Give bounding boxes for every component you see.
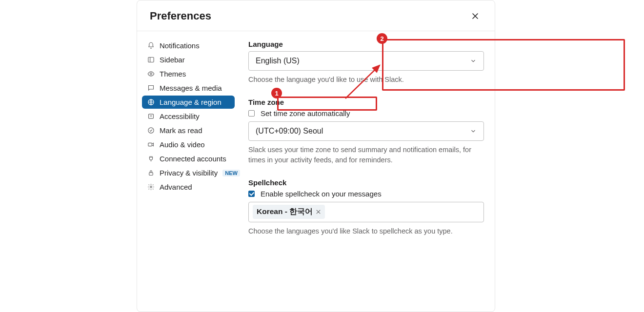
sidebar-item-audio-video[interactable]: Audio & video	[142, 138, 235, 151]
spellcheck-section: Spellcheck Enable spellcheck on your mes…	[248, 178, 484, 236]
close-button[interactable]	[468, 9, 482, 23]
language-select[interactable]: English (US)	[248, 51, 484, 71]
timezone-auto-checkbox[interactable]	[248, 110, 255, 117]
sidebar-item-label: Accessibility	[160, 112, 230, 120]
timezone-helper: Slack uses your time zone to send summar…	[248, 145, 484, 165]
globe-icon	[147, 98, 155, 106]
sidebar-item-notifications[interactable]: Notifications	[142, 39, 235, 52]
svg-rect-3	[148, 114, 153, 118]
svg-point-7	[150, 186, 152, 188]
sidebar-item-label: Messages & media	[160, 84, 230, 92]
sidebar-item-advanced[interactable]: Advanced	[142, 180, 235, 194]
sidebar-item-label: Privacy & visibility	[160, 169, 218, 177]
accessibility-icon	[147, 113, 155, 120]
close-icon	[471, 12, 479, 20]
svg-rect-0	[148, 58, 153, 62]
content-pane: Language English (US) Choose the languag…	[240, 31, 495, 250]
preferences-modal: Preferences Notifications Sidebar Themes…	[137, 0, 495, 312]
plug-icon	[147, 155, 155, 163]
sidebar: Notifications Sidebar Themes Messages & …	[137, 31, 240, 250]
sidebar-item-label: Language & region	[160, 98, 230, 106]
sidebar-item-connected-accounts[interactable]: Connected accounts	[142, 152, 235, 165]
spellcheck-helper: Choose the languages you'd like Slack to…	[248, 226, 484, 236]
sidebar-item-label: Mark as read	[160, 126, 230, 135]
svg-point-1	[150, 73, 152, 75]
spellcheck-language-chip: Korean - 한국어	[253, 205, 325, 219]
sidebar-item-themes[interactable]: Themes	[142, 67, 235, 80]
spellcheck-languages-field[interactable]: Korean - 한국어	[248, 202, 484, 222]
eye-icon	[147, 70, 155, 78]
sidebar-item-label: Connected accounts	[160, 155, 230, 163]
chevron-down-icon	[470, 128, 477, 135]
language-helper: Choose the language you'd like to use wi…	[248, 75, 484, 84]
sidebar-item-label: Sidebar	[160, 56, 230, 64]
message-icon	[147, 84, 155, 92]
chip-remove-icon[interactable]	[316, 208, 321, 216]
svg-point-4	[148, 128, 153, 133]
chip-label: Korean - 한국어	[257, 207, 313, 217]
spellcheck-heading: Spellcheck	[248, 178, 484, 187]
timezone-select-value: (UTC+09:00) Seoul	[256, 127, 323, 136]
timezone-auto-label: Set time zone automatically	[261, 109, 350, 117]
language-heading: Language	[248, 40, 484, 48]
timezone-select[interactable]: (UTC+09:00) Seoul	[248, 121, 484, 141]
bell-icon	[147, 42, 155, 50]
sidebar-item-accessibility[interactable]: Accessibility	[142, 110, 235, 123]
sidebar-item-messages-media[interactable]: Messages & media	[142, 81, 235, 95]
sidebar-item-label: Audio & video	[160, 140, 230, 149]
timezone-heading: Time zone	[248, 98, 484, 106]
check-circle-icon	[147, 127, 155, 135]
sidebar-item-language-region[interactable]: Language & region	[142, 96, 235, 109]
chevron-down-icon	[470, 58, 477, 64]
language-section: Language English (US) Choose the languag…	[248, 40, 484, 84]
gear-icon	[147, 183, 155, 191]
spellcheck-enable-checkbox[interactable]	[248, 191, 255, 197]
sidebar-item-mark-as-read[interactable]: Mark as read	[142, 124, 235, 137]
language-select-value: English (US)	[256, 57, 300, 65]
sidebar-item-sidebar[interactable]: Sidebar	[142, 53, 235, 66]
modal-header: Preferences	[137, 0, 495, 31]
video-icon	[147, 141, 155, 149]
sidebar-item-label: Notifications	[160, 41, 230, 50]
lock-icon	[147, 169, 155, 177]
layout-icon	[147, 56, 155, 64]
svg-rect-6	[149, 173, 153, 176]
sidebar-item-label: Advanced	[160, 183, 230, 191]
svg-rect-5	[148, 143, 152, 146]
timezone-section: Time zone Set time zone automatically (U…	[248, 98, 484, 165]
spellcheck-enable-label: Enable spellcheck on your messages	[261, 190, 382, 198]
page-title: Preferences	[150, 10, 211, 22]
sidebar-item-privacy-visibility[interactable]: Privacy & visibility NEW	[142, 166, 235, 179]
sidebar-item-label: Themes	[160, 70, 230, 78]
new-badge: NEW	[222, 170, 240, 176]
